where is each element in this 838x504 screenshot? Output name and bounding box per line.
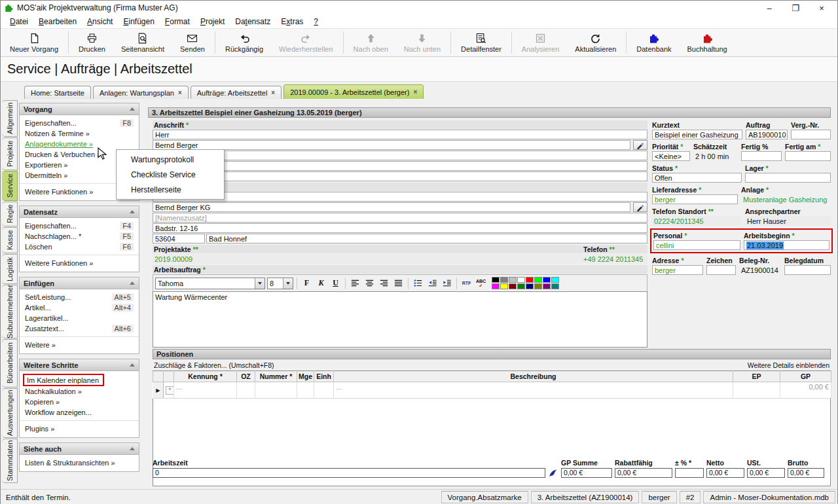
color-swatch[interactable] [500, 277, 508, 283]
cell-ep[interactable] [733, 382, 780, 399]
tab-auftraege-arbeitszettel[interactable]: Aufträge: Arbeitszettel× [191, 86, 282, 99]
indent-button[interactable] [441, 277, 453, 289]
col-oz[interactable]: OZ [237, 371, 255, 382]
tab-close-icon[interactable]: × [271, 89, 275, 96]
menu-ansicht[interactable]: Ansicht [82, 16, 118, 27]
section-header-weitere-schritte[interactable]: Weitere Schritte [20, 359, 139, 371]
color-swatch[interactable] [526, 283, 534, 289]
arbeitsauftrag-editor[interactable]: Wartung Wärmecenter [153, 291, 647, 348]
cell-oz[interactable] [237, 382, 255, 399]
chevron-down-icon[interactable] [283, 278, 293, 289]
arbeitszeit-input[interactable]: 0 [153, 468, 545, 478]
bullet-list-button[interactable] [412, 277, 424, 289]
tab-home-startseite[interactable]: Home: Startseite [24, 86, 91, 99]
anschrift-row4-input[interactable] [153, 161, 647, 171]
color-swatch[interactable] [526, 277, 534, 283]
module-tab-logistik[interactable]: Logistik [2, 254, 18, 284]
verg-nr-input[interactable] [791, 130, 831, 139]
color-swatch[interactable] [509, 283, 517, 289]
edit-address-button[interactable] [633, 140, 647, 150]
color-swatch[interactable] [500, 283, 508, 289]
detail-window-button[interactable]: Detailfenster [453, 29, 509, 56]
color-swatch[interactable] [551, 283, 559, 289]
col-kennung[interactable]: Kennung * [174, 371, 237, 382]
spellcheck-button[interactable]: ABC✓ [475, 277, 487, 289]
cell-einh[interactable] [314, 382, 334, 399]
color-swatch[interactable] [551, 277, 559, 283]
sidebar-item-nachkalkulation[interactable]: Nachkalkulation » [20, 386, 139, 397]
module-tab-allgemein[interactable]: Allgemein [2, 100, 18, 137]
sidebar-item-ds-weitere-funktionen[interactable]: Weitere Funktionen » [20, 258, 139, 268]
outdent-button[interactable] [426, 277, 439, 289]
arbeitsbeginn-input[interactable]: 21.03.2019 [744, 240, 829, 250]
undo-button[interactable]: Rückgängig [217, 29, 271, 56]
section-header-siehe-auch[interactable]: Siehe auch [20, 443, 139, 455]
rtf-button[interactable]: RTF [460, 277, 473, 289]
module-tab-bueroarbeiten[interactable]: Büroarbeiten [2, 339, 18, 387]
sidebar-item-kopieren[interactable]: Kopieren » [20, 397, 139, 407]
section-header-einfuegen[interactable]: Einfügen [20, 278, 139, 289]
color-swatch[interactable] [517, 277, 525, 283]
menu-item-checkliste-service[interactable]: Checkliste Service [117, 167, 224, 182]
menu-item-herstellerseite[interactable]: Herstellerseite [117, 182, 224, 197]
menu-extras[interactable]: Extras [276, 16, 308, 27]
fertig-am-input[interactable] [785, 151, 831, 161]
personal-input[interactable]: cellini [653, 240, 740, 250]
col-beschreibung[interactable]: Beschreibung [334, 371, 733, 382]
color-swatch[interactable] [492, 283, 500, 289]
align-center-button[interactable] [363, 277, 376, 289]
module-tab-stammdaten[interactable]: Stammdaten [2, 439, 18, 483]
anschrift-row3-input[interactable] [153, 151, 647, 160]
sidebar-item-set-leistung[interactable]: Set/Leistung...Alt+5 [20, 292, 139, 302]
col-ep[interactable]: EP [733, 371, 780, 382]
col-einh[interactable]: Einh [314, 371, 334, 382]
cell-nummer[interactable] [255, 382, 297, 399]
sidebar-item-listen-strukturansichten[interactable]: Listen & Strukturansichten » [20, 458, 139, 468]
color-swatch[interactable] [534, 277, 542, 283]
tab-close-icon[interactable]: × [178, 89, 182, 96]
sidebar-item-lagerartikel[interactable]: Lagerartikel... [20, 313, 139, 323]
col-mge[interactable]: Mge [297, 371, 314, 382]
col-nummer[interactable]: Nummer * [255, 371, 297, 382]
underline-button[interactable]: U [329, 277, 342, 289]
tab-close-icon[interactable]: × [413, 88, 417, 96]
col-gp[interactable]: GP [780, 371, 831, 382]
sidebar-item-artikel[interactable]: Artikel...Alt+4 [20, 302, 139, 313]
sidebar-item-plugins[interactable]: Plugins » [20, 423, 139, 434]
menu-datei[interactable]: Datei [5, 16, 33, 27]
accounting-button[interactable]: Buchhaltung [680, 29, 735, 56]
page-preview-button[interactable]: Seitenansicht [113, 29, 172, 56]
print-button[interactable]: Drucken [71, 29, 113, 56]
bold-button[interactable]: F [301, 277, 313, 289]
lager-input[interactable] [745, 173, 831, 183]
zuschlaege-faktoren-link[interactable]: Zuschläge & Faktoren... (Umschalt+F8) [154, 361, 274, 369]
sidebar-item-anlagendokumente[interactable]: Anlagendokumente » [20, 139, 139, 149]
adresse-input[interactable]: berger [652, 265, 703, 275]
edit-invoice-address-button[interactable] [633, 202, 647, 212]
ort-input[interactable]: Bad Honnef [206, 234, 647, 243]
sidebar-item-nachschlagen[interactable]: Nachschlagen... *F5 [20, 231, 139, 242]
anschrift-row2-input[interactable]: Bernd Berger [153, 140, 630, 150]
auftrag-input[interactable]: AB1900010 [746, 130, 788, 139]
color-swatch[interactable] [534, 283, 542, 289]
tab-anlagen-wartungsplan[interactable]: Anlagen: Wartungsplan× [93, 86, 189, 99]
restore-button[interactable]: ❐ [782, 1, 809, 15]
refresh-button[interactable]: Aktualisieren [567, 29, 624, 56]
color-swatch[interactable] [492, 277, 500, 283]
module-tab-kasse[interactable]: Kasse [2, 227, 18, 253]
module-tab-projekte[interactable]: Projekte [2, 137, 18, 170]
add-row-button[interactable]: * [166, 386, 174, 395]
status-input[interactable]: Offen [652, 173, 742, 183]
font-size-select[interactable]: 8 [267, 278, 293, 289]
menu-bearbeiten[interactable]: Bearbeiten [33, 16, 82, 27]
prioritaet-input[interactable]: <Keine> [652, 151, 690, 161]
color-swatch[interactable] [517, 283, 525, 289]
rechnungsadresse-row1-input[interactable]: Firma [153, 192, 647, 202]
font-select[interactable]: Tahoma [155, 278, 265, 289]
menu-format[interactable]: Format [160, 16, 195, 27]
anschrift-row1-input[interactable]: Herr [153, 130, 647, 139]
section-header-datensatz[interactable]: Datensatz [20, 206, 139, 218]
sidebar-item-eigenschaften[interactable]: Eigenschaften...F8 [20, 118, 139, 128]
module-tab-auswertungen[interactable]: Auswertungen [2, 388, 18, 438]
module-tab-subunternehmer[interactable]: Subunternehmer [2, 285, 18, 338]
